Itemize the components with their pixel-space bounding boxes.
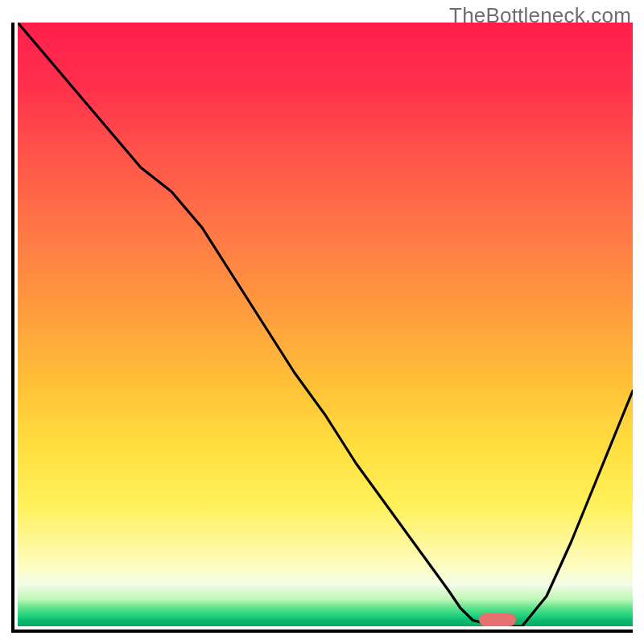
bottleneck-curve — [18, 23, 633, 626]
plot-frame — [11, 23, 633, 633]
bottleneck-marker — [479, 613, 516, 626]
plot-curve-layer — [18, 23, 633, 626]
chart-root: TheBottleneck.com — [0, 0, 644, 644]
